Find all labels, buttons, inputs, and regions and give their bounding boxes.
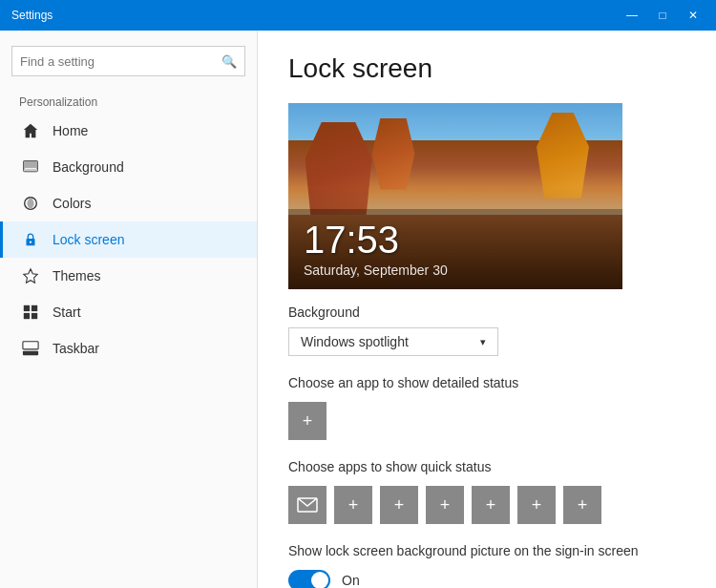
background-field-label: Background [288, 304, 685, 320]
sidebar-item-lock-screen-label: Lock screen [53, 232, 124, 247]
lock-screen-preview: 17:53 Saturday, September 30 [288, 103, 622, 289]
svg-rect-10 [23, 351, 38, 356]
minimize-button[interactable]: — [621, 4, 643, 27]
sidebar-item-taskbar-label: Taskbar [53, 341, 99, 356]
sidebar-item-colors[interactable]: Colors [0, 185, 257, 221]
quick-status-slots: + + + + + + [288, 486, 685, 524]
toggle-on-label: On [342, 573, 360, 588]
background-dropdown[interactable]: Windows spotlight ▾ [288, 327, 498, 356]
add-icon-4: + [486, 495, 496, 515]
quick-status-add-slot-4[interactable]: + [472, 486, 510, 524]
svg-rect-1 [24, 161, 37, 168]
add-icon-2: + [394, 495, 405, 515]
search-icon: 🔍 [221, 54, 237, 69]
background-dropdown-value: Windows spotlight [301, 334, 409, 349]
add-icon: + [303, 411, 313, 431]
sidebar-item-background-label: Background [53, 159, 124, 175]
preview-time: 17:53 [304, 220, 607, 259]
quick-status-label: Choose apps to show quick status [288, 459, 685, 474]
lock-screen-icon [22, 231, 39, 248]
chevron-down-icon: ▾ [480, 336, 486, 348]
sidebar-item-colors-label: Colors [53, 196, 91, 211]
window-controls: — □ ✕ [621, 4, 705, 27]
themes-icon [22, 267, 39, 284]
detailed-status-slots: + [288, 402, 685, 440]
preview-date: Saturday, September 30 [304, 262, 607, 278]
close-button[interactable]: ✕ [682, 4, 705, 27]
rock-formation-3 [372, 118, 415, 190]
svg-rect-8 [24, 313, 30, 319]
taskbar-icon [22, 340, 39, 357]
quick-status-add-slot-5[interactable]: + [517, 486, 556, 524]
start-icon [22, 304, 39, 321]
maximize-button[interactable]: □ [651, 4, 674, 27]
sidebar-item-start[interactable]: Start [0, 294, 257, 330]
mail-icon [297, 497, 318, 513]
sidebar: 🔍 Personalization Home Background [0, 31, 258, 588]
svg-rect-11 [23, 342, 38, 349]
signin-label: Show lock screen background picture on t… [288, 543, 685, 558]
svg-rect-6 [24, 305, 30, 311]
svg-rect-7 [32, 305, 37, 311]
svg-rect-2 [24, 169, 37, 172]
sidebar-item-home-label: Home [53, 123, 88, 138]
add-icon-1: + [348, 495, 359, 515]
preview-background: 17:53 Saturday, September 30 [288, 103, 622, 289]
quick-status-add-slot-2[interactable]: + [380, 486, 418, 524]
sidebar-item-themes[interactable]: Themes [0, 258, 257, 294]
add-icon-6: + [578, 495, 588, 515]
preview-info: 17:53 Saturday, September 30 [288, 209, 622, 289]
quick-status-add-slot-6[interactable]: + [563, 486, 601, 524]
app-body: 🔍 Personalization Home Background [0, 31, 716, 588]
app-title: Settings [11, 9, 53, 22]
sidebar-item-start-label: Start [53, 304, 81, 320]
search-input[interactable] [20, 54, 221, 69]
titlebar: Settings — □ ✕ [0, 0, 716, 31]
sidebar-item-background[interactable]: Background [0, 149, 257, 185]
svg-rect-9 [32, 313, 37, 319]
toggle-knob [311, 572, 328, 588]
signin-toggle[interactable] [288, 570, 330, 588]
add-icon-5: + [532, 495, 542, 515]
sidebar-item-taskbar[interactable]: Taskbar [0, 330, 257, 367]
sidebar-item-lock-screen[interactable]: Lock screen [0, 221, 257, 258]
svg-point-5 [30, 242, 32, 243]
detailed-status-add-slot[interactable]: + [288, 402, 326, 440]
quick-status-mail-slot[interactable] [288, 486, 326, 524]
add-icon-3: + [440, 495, 451, 515]
search-box[interactable]: 🔍 [11, 46, 245, 76]
detailed-status-label: Choose an app to show detailed status [288, 375, 685, 390]
home-icon [22, 122, 39, 139]
main-content: Lock screen 17:53 Saturday, September 30 [258, 31, 716, 588]
quick-status-add-slot-1[interactable]: + [334, 486, 372, 524]
sidebar-item-themes-label: Themes [53, 268, 101, 284]
sidebar-section-label: Personalization [0, 84, 257, 113]
page-title: Lock screen [288, 53, 685, 84]
signin-toggle-row: On [288, 570, 685, 588]
quick-status-add-slot-3[interactable]: + [426, 486, 464, 524]
sidebar-item-home[interactable]: Home [0, 113, 257, 149]
colors-icon [22, 195, 39, 212]
background-icon [22, 158, 39, 176]
